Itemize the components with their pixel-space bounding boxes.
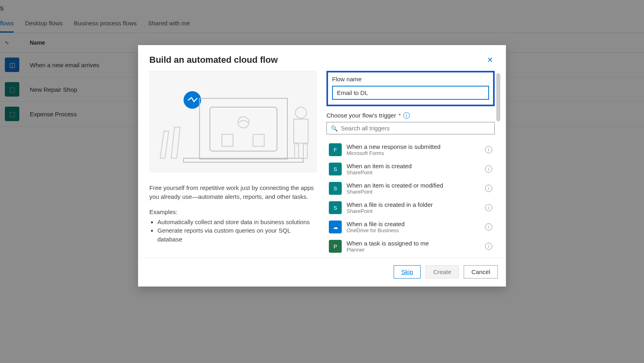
svg-rect-8 (171, 127, 180, 158)
modal-overlay: Build an automated cloud flow ✕ (0, 0, 644, 363)
flow-name-section: Flow name (326, 71, 495, 106)
svg-rect-12 (303, 144, 308, 159)
info-icon[interactable]: i (485, 146, 492, 153)
trigger-title: When a task is assigned to me (347, 240, 480, 247)
trigger-connector: SharePoint (347, 169, 480, 175)
close-button[interactable]: ✕ (485, 55, 495, 65)
scrollbar[interactable] (496, 73, 500, 122)
search-icon: 🔍 (331, 125, 338, 132)
trigger-label: Choose your flow's trigger (326, 112, 396, 119)
connector-icon: F (329, 143, 342, 156)
skip-button[interactable]: Skip (394, 265, 421, 278)
trigger-connector: OneDrive for Business (347, 227, 480, 233)
trigger-label-row: Choose your flow's trigger * i (326, 112, 495, 119)
trigger-title: When a new response is submitted (347, 143, 480, 150)
trigger-list: F When a new response is submitted Micro… (326, 140, 495, 255)
connector-icon: S (329, 182, 342, 195)
trigger-search-input[interactable] (341, 125, 490, 132)
modal-description: Free yourself from repetitive work just … (149, 184, 317, 201)
examples-list: Automatically collect and store data in … (157, 218, 317, 244)
required-asterisk: * (398, 112, 401, 119)
svg-rect-9 (294, 119, 308, 143)
trigger-connector: SharePoint (347, 189, 480, 195)
trigger-item[interactable]: S When an item is created or modified Sh… (326, 179, 495, 198)
info-icon[interactable]: i (485, 204, 492, 211)
connector-icon: S (329, 201, 342, 214)
trigger-title: When a file is created in a folder (347, 201, 480, 208)
illustration (149, 71, 317, 172)
example-item: Automatically collect and store data in … (157, 218, 317, 227)
trigger-search[interactable]: 🔍 (326, 122, 495, 134)
info-icon[interactable]: i (485, 185, 492, 192)
connector-icon: S (329, 163, 342, 175)
close-icon: ✕ (487, 56, 493, 64)
trigger-title: When an item is created or modified (347, 182, 480, 189)
svg-rect-7 (160, 131, 169, 158)
trigger-connector: SharePoint (347, 208, 480, 214)
info-icon[interactable]: i (485, 165, 492, 173)
svg-rect-5 (222, 134, 233, 146)
connector-icon: P (329, 240, 342, 253)
flow-name-label: Flow name (332, 76, 489, 82)
svg-point-10 (295, 107, 307, 118)
example-item: Generate reports via custom queries on y… (157, 226, 317, 244)
trigger-title: When an item is created (347, 163, 480, 169)
svg-rect-6 (253, 134, 264, 146)
trigger-item[interactable]: S When an item is created SharePoint i (326, 159, 495, 179)
trigger-title: When a file is created (347, 221, 480, 227)
create-button[interactable]: Create (425, 265, 459, 278)
modal-title: Build an automated cloud flow (149, 55, 485, 65)
trigger-connector: Planner (347, 247, 480, 253)
svg-point-0 (184, 91, 201, 109)
svg-rect-11 (295, 144, 299, 159)
info-icon[interactable]: i (403, 112, 410, 119)
trigger-item[interactable]: S When a file is created in a folder Sha… (326, 198, 495, 217)
svg-rect-3 (210, 107, 277, 151)
trigger-item[interactable]: ☁ When a file is created OneDrive for Bu… (326, 217, 495, 237)
modal-footer: Skip Create Cancel (138, 258, 506, 287)
trigger-item[interactable]: F When a new response is submitted Micro… (326, 140, 495, 159)
trigger-item[interactable]: P When a task is assigned to me Planner … (326, 237, 495, 255)
examples-label: Examples: (149, 208, 317, 215)
flow-name-input[interactable] (332, 86, 489, 100)
trigger-connector: Microsoft Forms (347, 150, 480, 156)
create-flow-modal: Build an automated cloud flow ✕ (138, 45, 506, 287)
info-icon[interactable]: i (485, 223, 492, 231)
info-icon[interactable]: i (485, 243, 492, 250)
connector-icon: ☁ (329, 221, 342, 233)
cancel-button[interactable]: Cancel (464, 265, 498, 278)
